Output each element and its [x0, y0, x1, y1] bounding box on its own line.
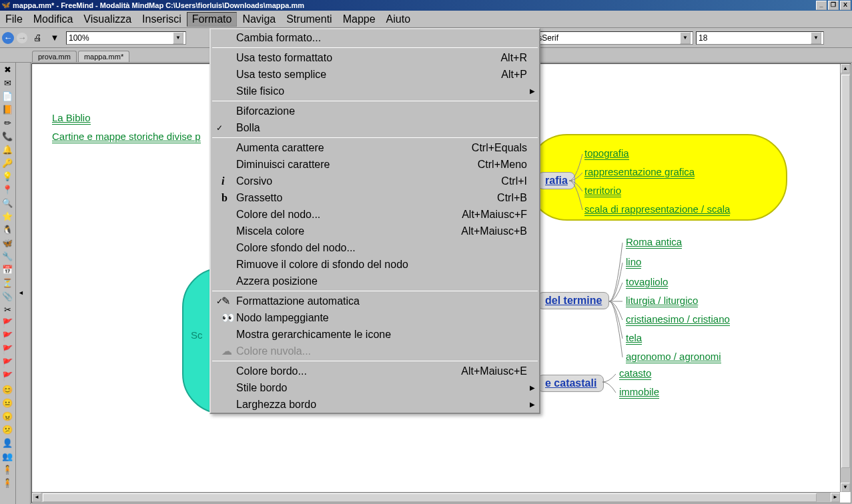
left-link-2[interactable]: Cartine e mappe storiche divise p	[52, 131, 201, 143]
minimize-button[interactable]: _	[816, 1, 827, 10]
menu-aiuto[interactable]: Aiuto	[381, 12, 416, 27]
emoji2-icon[interactable]: 😐	[0, 396, 15, 409]
pin-icon[interactable]: 📍	[0, 183, 15, 196]
menu-item-bolla[interactable]: ✓Bolla	[211, 119, 539, 136]
left-link-1[interactable]: La Biblio	[52, 112, 91, 125]
book-icon[interactable]: 📙	[0, 103, 15, 116]
menu-mappe[interactable]: Mappe	[338, 12, 381, 27]
person-icon[interactable]: 🐧	[0, 223, 15, 236]
menu-item-aumenta-carattere[interactable]: Aumenta carattereCtrl+Equals	[211, 139, 539, 156]
flag-orange-icon[interactable]: 🚩	[0, 343, 15, 356]
paper-icon[interactable]: 📄	[0, 89, 15, 103]
mail-icon[interactable]: ✉	[0, 76, 15, 89]
butterfly-icon[interactable]: 🦋	[0, 236, 15, 249]
calendar-icon[interactable]: 📅	[0, 263, 15, 276]
person2-icon[interactable]: 👥	[0, 449, 15, 463]
node-termine[interactable]: del termine	[538, 292, 609, 309]
person1-icon[interactable]: 👤	[0, 436, 15, 449]
search-icon[interactable]: 🔍	[0, 196, 15, 209]
menu-item-colore-bordo[interactable]: Colore bordo...Alt+Maiusc+E	[211, 363, 539, 379]
term-child-0[interactable]: Roma antica	[626, 236, 682, 249]
menu-item-diminuisci-carattere[interactable]: Diminuisci carattereCtrl+Meno	[211, 156, 539, 173]
flag-red-icon[interactable]: 🚩	[0, 369, 15, 383]
clip-icon[interactable]: 📎	[0, 289, 15, 303]
vertical-scrollbar[interactable]: ▲ ▼	[840, 64, 851, 492]
emoji1-icon[interactable]: 😊	[0, 383, 15, 396]
emoji3-icon[interactable]: 😠	[0, 409, 15, 423]
menu-file[interactable]: File	[0, 12, 28, 27]
zoom-combo[interactable]: 100% ▼	[66, 31, 186, 45]
menu-modifica[interactable]: Modifica	[28, 12, 79, 27]
person4-icon[interactable]: 🧍	[0, 476, 15, 489]
bell-icon[interactable]: 🔔	[0, 143, 15, 156]
scroll-thumb-v[interactable]	[841, 75, 850, 468]
node-cartografia[interactable]: rafia	[538, 172, 575, 189]
nav-back-button[interactable]: ←	[2, 32, 14, 44]
hourglass-icon[interactable]: ⏳	[0, 276, 15, 289]
menu-item-formattazione-automatica[interactable]: ✓✎Formattazione automatica	[211, 293, 539, 309]
flag-blue-icon[interactable]: 🚩	[0, 316, 15, 329]
tab-mappa[interactable]: mappa.mm*	[78, 51, 129, 62]
menu-item-mostra-gerarchicamente-le-icone[interactable]: Mostra gerarchicamente le icone	[211, 326, 539, 343]
filter-button[interactable]: ▼	[47, 31, 62, 45]
scroll-left-arrow[interactable]: ◄	[32, 493, 41, 502]
collapse-handle[interactable]: ◄	[18, 289, 24, 296]
term-child-3[interactable]: liturgia / liturgico	[626, 295, 698, 307]
menu-item-colore-del-nodo[interactable]: Colore del nodo...Alt+Maiusc+F	[211, 206, 539, 223]
horizontal-scrollbar[interactable]: ◄ ►	[32, 492, 840, 503]
wrench-icon[interactable]: 🔧	[0, 249, 15, 263]
menu-visualizza[interactable]: Visualizza	[78, 12, 137, 27]
chevron-down-icon[interactable]: ▼	[173, 32, 183, 44]
scroll-down-arrow[interactable]: ▼	[841, 483, 850, 492]
menu-inserisci[interactable]: Inserisci	[137, 12, 187, 27]
scroll-right-arrow[interactable]: ►	[831, 493, 840, 502]
term-child-1[interactable]: lino	[626, 256, 641, 269]
teal-node-label[interactable]: Sc	[191, 329, 203, 341]
light-icon[interactable]: 💡	[0, 169, 15, 183]
carto-child-1[interactable]: rappresentazione grafica	[584, 166, 695, 179]
term-child-5[interactable]: tela	[626, 332, 642, 345]
menu-strumenti[interactable]: Strumenti	[281, 12, 337, 27]
menu-item-grassetto[interactable]: bGrassettoCtrl+B	[211, 189, 539, 206]
flag-pink-icon[interactable]: 🚩	[0, 356, 15, 369]
chevron-down-icon[interactable]: ▼	[680, 32, 691, 44]
person3-icon[interactable]: 🧍	[0, 463, 15, 476]
font-size-combo[interactable]: 18 ▼	[696, 31, 824, 45]
node-catastali[interactable]: e catastali	[538, 375, 604, 392]
menu-item-biforcazione[interactable]: Biforcazione	[211, 103, 539, 119]
star-icon[interactable]: ⭐	[0, 209, 15, 223]
catast-child-1[interactable]: immobile	[619, 386, 659, 399]
close-button[interactable]: X	[840, 1, 851, 10]
menu-item-stile-bordo[interactable]: Stile bordo▶	[211, 379, 539, 396]
menu-item-colore-sfondo-del-nodo[interactable]: Colore sfondo del nodo...	[211, 239, 539, 256]
emoji4-icon[interactable]: 😕	[0, 423, 15, 436]
font-family-combo[interactable]: SansSerif ▼	[521, 31, 693, 45]
nav-forward-button[interactable]: →	[17, 33, 27, 43]
menu-item-usa-testo-semplice[interactable]: Usa testo sempliceAlt+P	[211, 66, 539, 83]
carto-child-0[interactable]: topografia	[584, 147, 629, 160]
menu-naviga[interactable]: Naviga	[237, 12, 281, 27]
menu-item-cambia-formato[interactable]: Cambia formato...	[211, 29, 539, 46]
menu-item-usa-testo-formattato[interactable]: Usa testo formattatoAlt+R	[211, 49, 539, 66]
menu-item-larghezza-bordo[interactable]: Larghezza bordo▶	[211, 396, 539, 413]
menu-item-stile-fisico[interactable]: Stile fisico▶	[211, 83, 539, 99]
flag-green-icon[interactable]: 🚩	[0, 329, 15, 343]
scroll-thumb-h[interactable]	[43, 493, 817, 502]
term-child-6[interactable]: agronomo / agronomi	[626, 351, 721, 363]
cancel-icon[interactable]: ✖	[0, 63, 15, 76]
print-button[interactable]: 🖨	[30, 31, 45, 45]
key-icon[interactable]: 🔑	[0, 156, 15, 169]
carto-child-3[interactable]: scala di rappresentazione / scala	[584, 203, 730, 216]
scroll-up-arrow[interactable]: ▲	[841, 64, 850, 73]
carto-child-2[interactable]: territorio	[584, 185, 621, 197]
term-child-2[interactable]: tovagliolo	[626, 276, 668, 289]
menu-formato[interactable]: Formato	[187, 12, 238, 27]
menu-item-miscela-colore[interactable]: Miscela coloreAlt+Maiusc+B	[211, 223, 539, 239]
pencil-icon[interactable]: ✏	[0, 116, 15, 129]
menu-item-azzera-posizione[interactable]: Azzera posizione	[211, 273, 539, 289]
term-child-4[interactable]: cristianesimo / cristiano	[626, 313, 730, 326]
menu-item-corsivo[interactable]: iCorsivoCtrl+I	[211, 173, 539, 189]
tab-prova[interactable]: prova.mm	[32, 51, 77, 62]
maximize-button[interactable]: ❐	[828, 1, 839, 10]
menu-item-rimuove-il-colore-di-sfondo-del-nodo[interactable]: Rimuove il colore di sfondo del nodo	[211, 256, 539, 273]
